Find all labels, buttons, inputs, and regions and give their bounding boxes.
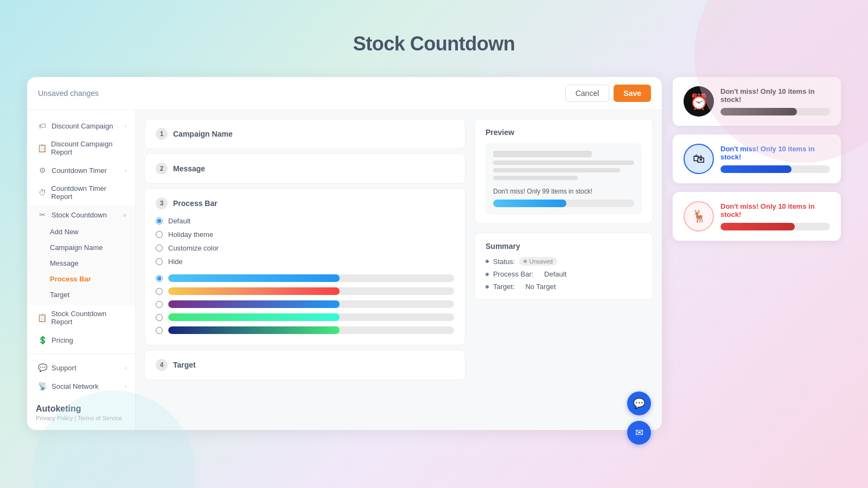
bar-option-4 bbox=[156, 313, 454, 321]
sidebar-sub-target[interactable]: Target bbox=[27, 287, 135, 303]
process-bar-options: Default Holiday theme Customize color bbox=[156, 217, 454, 266]
sidebar-item-discount-campaign[interactable]: 🏷 Discount Campaign › bbox=[27, 117, 135, 135]
sidebar-item-social-network[interactable]: 📡 Social Network › bbox=[27, 377, 135, 395]
sidebar-item-label: Discount Campaign bbox=[52, 122, 113, 130]
summary-title: Summary bbox=[486, 242, 642, 251]
sidebar-item-stock-countdown[interactable]: ✂ Stock Countdown ∨ bbox=[27, 206, 135, 224]
section-title-2: Message bbox=[173, 164, 205, 173]
summary-card: Summary Status: Unsaved bbox=[474, 233, 653, 300]
sidebar-item-label: Support bbox=[52, 364, 76, 372]
chevron-down-icon: ∨ bbox=[123, 212, 126, 218]
logo-text: Autoketing bbox=[36, 404, 126, 414]
sidebar-sub-process-bar[interactable]: Process Bar bbox=[27, 271, 135, 287]
widget-bar-fill-red bbox=[720, 223, 795, 230]
sidebar-item-countdown-timer[interactable]: ⚙ Countdown Timer › bbox=[27, 161, 135, 179]
countdown-timer-icon: ⚙ bbox=[37, 166, 47, 175]
chevron-icon: › bbox=[125, 365, 126, 371]
page-title: Stock Countdown bbox=[0, 0, 868, 77]
sidebar-logo: Autoketing Privacy Policy | Terms of Ser… bbox=[27, 395, 135, 423]
sidebar-item-stock-countdown-report[interactable]: 📋 Stock Countdown Report bbox=[27, 305, 135, 331]
terms-link[interactable]: Terms of Service bbox=[78, 415, 122, 421]
section-title-3: Process Bar bbox=[173, 199, 218, 208]
preview-line-1 bbox=[493, 151, 592, 157]
radio-customize[interactable] bbox=[156, 245, 163, 252]
bar-preview-1 bbox=[168, 274, 454, 282]
discount-campaign-icon: 🏷 bbox=[37, 121, 47, 130]
left-panel: 1 Campaign Name 2 Message bbox=[144, 119, 465, 421]
sidebar-item-label: Social Network bbox=[52, 382, 99, 390]
bar-radio-1[interactable] bbox=[156, 275, 163, 282]
logo-links: Privacy Policy | Terms of Service bbox=[36, 415, 126, 421]
top-bar: Unsaved changes Cancel Save bbox=[27, 77, 662, 110]
status-label: Status: bbox=[493, 258, 515, 266]
sidebar-item-label: Discount Campaign Report bbox=[51, 140, 126, 156]
pricing-icon: 💲 bbox=[37, 336, 47, 344]
summary-status: Status: Unsaved bbox=[486, 257, 642, 266]
bar-radio-5[interactable] bbox=[156, 327, 163, 334]
sidebar-item-support[interactable]: 💬 Support › bbox=[27, 358, 135, 377]
sidebar-sub-campaign-name[interactable]: Campaign Name bbox=[27, 240, 135, 255]
option-default-label: Default bbox=[168, 217, 190, 225]
radio-default[interactable] bbox=[156, 217, 163, 224]
widget-content-black: Don't miss! Only 10 items in stock! bbox=[720, 87, 830, 115]
messenger-button[interactable]: ✉ bbox=[627, 421, 651, 445]
sidebar-item-countdown-timer-report[interactable]: ⏱ Countdown Timer Report bbox=[27, 179, 135, 206]
cancel-button[interactable]: Cancel bbox=[565, 85, 610, 102]
widget-content-red: Don't miss! Only 10 items in stock! bbox=[720, 202, 830, 230]
section-target: 4 Target bbox=[144, 350, 465, 380]
summary-process-bar: Process Bar: Default bbox=[486, 270, 642, 278]
option-holiday[interactable]: Holiday theme bbox=[156, 230, 454, 239]
section-message: 2 Message bbox=[144, 153, 465, 184]
main-content: 1 Campaign Name 2 Message bbox=[136, 110, 662, 430]
sidebar-sub-menu: Add New Campaign Name Message Process Ba… bbox=[27, 224, 135, 305]
badge-dot bbox=[524, 260, 527, 263]
sidebar-item-pricing[interactable]: 💲 Pricing bbox=[27, 331, 135, 349]
chat-button[interactable]: 💬 bbox=[627, 391, 651, 415]
section-title-4: Target bbox=[173, 361, 196, 369]
preview-stock-text: Don't miss! Only 99 items in stock! bbox=[493, 188, 634, 195]
widget-bar-fill-blue bbox=[720, 165, 792, 173]
option-default[interactable]: Default bbox=[156, 217, 454, 225]
widget-icon-black: ⏰ bbox=[684, 86, 714, 117]
bar-radio-3[interactable] bbox=[156, 301, 163, 308]
sidebar-item-discount-campaign-report[interactable]: 📋 Discount Campaign Report bbox=[27, 135, 135, 161]
preview-line-2 bbox=[493, 160, 634, 165]
sidebar-sub-message[interactable]: Message bbox=[27, 255, 135, 271]
widget-card-red: 🦌 Don't miss! Only 10 items in stock! bbox=[673, 192, 841, 241]
privacy-link[interactable]: Privacy Policy bbox=[36, 415, 73, 421]
save-button[interactable]: Save bbox=[614, 85, 651, 102]
stock-countdown-icon: ✂ bbox=[37, 210, 47, 219]
support-icon: 💬 bbox=[37, 363, 47, 372]
chevron-icon: › bbox=[125, 123, 126, 129]
preview-title: Preview bbox=[486, 128, 642, 137]
summary-target: Target: No Target bbox=[486, 282, 642, 291]
bar-option-3 bbox=[156, 300, 454, 308]
sidebar-item-label: Countdown Timer Report bbox=[51, 184, 126, 201]
sidebar-item-label: Countdown Timer bbox=[52, 166, 107, 175]
bar-radio-4[interactable] bbox=[156, 314, 163, 321]
preview-lines bbox=[493, 151, 634, 180]
content-area: 🏷 Discount Campaign › 📋 Discount Campaig… bbox=[27, 110, 662, 430]
option-customize[interactable]: Customize color bbox=[156, 244, 454, 252]
option-hide[interactable]: Hide bbox=[156, 258, 454, 266]
section-number-2: 2 bbox=[156, 163, 168, 175]
preview-line-4 bbox=[493, 176, 578, 180]
sidebar-item-label: Stock Countdown Report bbox=[51, 310, 126, 326]
radio-holiday[interactable] bbox=[156, 231, 163, 238]
widget-bar-wrap-blue bbox=[720, 165, 830, 173]
bar-preview-2 bbox=[168, 287, 454, 295]
target-value: No Target bbox=[525, 282, 556, 291]
radio-hide[interactable] bbox=[156, 258, 163, 265]
float-buttons: 💬 ✉ bbox=[627, 391, 651, 445]
option-customize-label: Customize color bbox=[168, 244, 219, 252]
sidebar-sub-add-new[interactable]: Add New bbox=[27, 224, 135, 240]
bar-option-1 bbox=[156, 274, 454, 282]
summary-list: Status: Unsaved Process Bar: Def bbox=[486, 257, 642, 291]
widget-icon-red: 🦌 bbox=[684, 201, 714, 232]
bullet-icon bbox=[486, 273, 489, 276]
process-bar-label: Process Bar: bbox=[493, 270, 533, 278]
right-panel: Preview Don't miss! Only 99 items in sto… bbox=[474, 119, 653, 421]
process-bar-value: Default bbox=[544, 270, 566, 278]
bar-preview-4 bbox=[168, 313, 454, 321]
bar-radio-2[interactable] bbox=[156, 288, 163, 295]
